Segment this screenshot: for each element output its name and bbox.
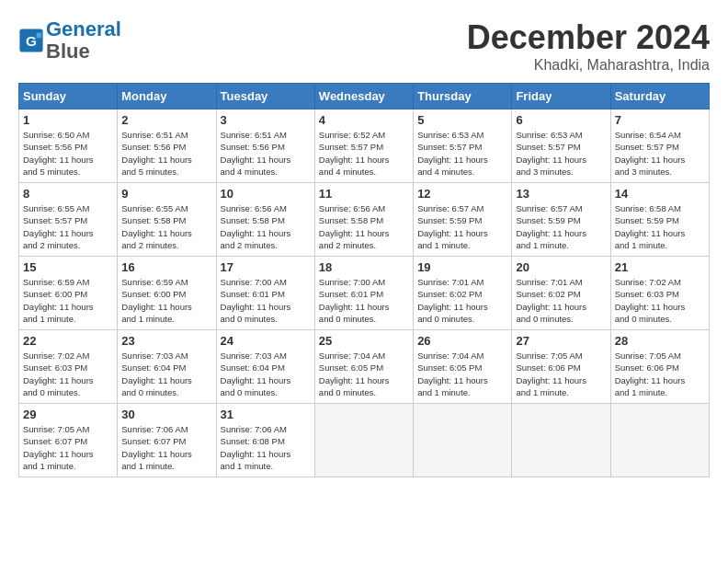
weekday-header: Wednesday <box>314 84 413 109</box>
calendar-cell: 22Sunrise: 7:02 AM Sunset: 6:03 PM Dayli… <box>19 330 118 404</box>
calendar-cell: 15Sunrise: 6:59 AM Sunset: 6:00 PM Dayli… <box>19 257 118 330</box>
calendar-cell: 6Sunrise: 6:53 AM Sunset: 5:57 PM Daylig… <box>512 109 610 183</box>
day-number: 17 <box>221 260 311 274</box>
day-info: Sunrise: 6:51 AM Sunset: 5:56 PM Dayligh… <box>221 129 311 178</box>
calendar-cell: 3Sunrise: 6:51 AM Sunset: 5:56 PM Daylig… <box>216 109 314 183</box>
calendar-cell: 29Sunrise: 7:05 AM Sunset: 6:07 PM Dayli… <box>19 404 118 477</box>
day-info: Sunrise: 6:56 AM Sunset: 5:58 PM Dayligh… <box>319 202 409 251</box>
day-info: Sunrise: 7:03 AM Sunset: 6:04 PM Dayligh… <box>221 350 311 398</box>
calendar-table: SundayMondayTuesdayWednesdayThursdayFrid… <box>18 83 710 477</box>
calendar-cell: 1Sunrise: 6:50 AM Sunset: 5:56 PM Daylig… <box>19 109 118 183</box>
day-number: 14 <box>615 187 705 201</box>
calendar-cell: 27Sunrise: 7:05 AM Sunset: 6:06 PM Dayli… <box>512 330 610 404</box>
day-info: Sunrise: 7:02 AM Sunset: 6:03 PM Dayligh… <box>23 350 113 398</box>
calendar-cell: 23Sunrise: 7:03 AM Sunset: 6:04 PM Dayli… <box>118 330 216 404</box>
day-number: 18 <box>319 260 409 274</box>
day-number: 27 <box>516 334 606 348</box>
calendar-cell <box>414 404 512 477</box>
day-number: 11 <box>319 187 409 201</box>
day-number: 2 <box>121 113 211 127</box>
calendar-cell: 24Sunrise: 7:03 AM Sunset: 6:04 PM Dayli… <box>216 330 314 404</box>
calendar-body: 1Sunrise: 6:50 AM Sunset: 5:56 PM Daylig… <box>19 109 710 477</box>
calendar-header-row: SundayMondayTuesdayWednesdayThursdayFrid… <box>19 84 710 109</box>
day-info: Sunrise: 6:51 AM Sunset: 5:56 PM Dayligh… <box>121 129 211 178</box>
calendar-cell: 7Sunrise: 6:54 AM Sunset: 5:57 PM Daylig… <box>610 109 709 183</box>
day-number: 8 <box>23 187 113 201</box>
calendar-cell <box>512 404 610 477</box>
weekday-header: Saturday <box>610 84 709 109</box>
day-number: 7 <box>615 113 705 127</box>
day-info: Sunrise: 7:02 AM Sunset: 6:03 PM Dayligh… <box>615 276 705 325</box>
day-info: Sunrise: 6:58 AM Sunset: 5:59 PM Dayligh… <box>615 202 705 251</box>
day-info: Sunrise: 7:05 AM Sunset: 6:06 PM Dayligh… <box>615 350 705 398</box>
day-number: 24 <box>221 334 311 348</box>
day-info: Sunrise: 7:06 AM Sunset: 6:08 PM Dayligh… <box>221 423 311 472</box>
calendar-week-row: 8Sunrise: 6:55 AM Sunset: 5:57 PM Daylig… <box>19 183 710 257</box>
day-info: Sunrise: 7:00 AM Sunset: 6:01 PM Dayligh… <box>319 276 409 325</box>
day-info: Sunrise: 7:06 AM Sunset: 6:07 PM Dayligh… <box>121 423 211 472</box>
title-block: December 2024 Khadki, Maharashtra, India <box>467 18 710 74</box>
day-number: 9 <box>121 187 211 201</box>
calendar-cell: 20Sunrise: 7:01 AM Sunset: 6:02 PM Dayli… <box>512 257 610 330</box>
weekday-header: Thursday <box>414 84 512 109</box>
calendar-cell: 8Sunrise: 6:55 AM Sunset: 5:57 PM Daylig… <box>19 183 118 257</box>
calendar-cell: 4Sunrise: 6:52 AM Sunset: 5:57 PM Daylig… <box>314 109 413 183</box>
day-info: Sunrise: 7:05 AM Sunset: 6:06 PM Dayligh… <box>516 350 606 398</box>
day-info: Sunrise: 7:04 AM Sunset: 6:05 PM Dayligh… <box>417 350 507 398</box>
day-number: 10 <box>221 187 311 201</box>
day-info: Sunrise: 7:01 AM Sunset: 6:02 PM Dayligh… <box>516 276 606 325</box>
calendar-cell: 11Sunrise: 6:56 AM Sunset: 5:58 PM Dayli… <box>314 183 413 257</box>
day-number: 26 <box>417 334 507 348</box>
day-number: 28 <box>615 334 705 348</box>
calendar-cell: 21Sunrise: 7:02 AM Sunset: 6:03 PM Dayli… <box>610 257 709 330</box>
day-info: Sunrise: 6:53 AM Sunset: 5:57 PM Dayligh… <box>516 129 606 178</box>
day-info: Sunrise: 6:54 AM Sunset: 5:57 PM Dayligh… <box>615 129 705 178</box>
logo-icon: G <box>18 28 44 53</box>
calendar-cell: 16Sunrise: 6:59 AM Sunset: 6:00 PM Dayli… <box>118 257 216 330</box>
day-info: Sunrise: 6:55 AM Sunset: 5:57 PM Dayligh… <box>23 202 113 251</box>
calendar-cell: 31Sunrise: 7:06 AM Sunset: 6:08 PM Dayli… <box>216 404 314 477</box>
calendar-cell: 19Sunrise: 7:01 AM Sunset: 6:02 PM Dayli… <box>414 257 512 330</box>
calendar-cell: 28Sunrise: 7:05 AM Sunset: 6:06 PM Dayli… <box>610 330 709 404</box>
day-number: 12 <box>417 187 507 201</box>
calendar-week-row: 29Sunrise: 7:05 AM Sunset: 6:07 PM Dayli… <box>19 404 710 477</box>
day-number: 13 <box>516 187 606 201</box>
day-number: 15 <box>23 260 113 274</box>
calendar-cell: 14Sunrise: 6:58 AM Sunset: 5:59 PM Dayli… <box>610 183 709 257</box>
day-number: 3 <box>221 113 311 127</box>
calendar-cell: 9Sunrise: 6:55 AM Sunset: 5:58 PM Daylig… <box>118 183 216 257</box>
day-info: Sunrise: 6:57 AM Sunset: 5:59 PM Dayligh… <box>417 202 507 251</box>
day-number: 6 <box>516 113 606 127</box>
svg-text:G: G <box>26 33 37 49</box>
day-number: 31 <box>221 408 311 421</box>
day-info: Sunrise: 7:04 AM Sunset: 6:05 PM Dayligh… <box>319 350 409 398</box>
calendar-cell: 25Sunrise: 7:04 AM Sunset: 6:05 PM Dayli… <box>314 330 413 404</box>
calendar-cell: 2Sunrise: 6:51 AM Sunset: 5:56 PM Daylig… <box>118 109 216 183</box>
calendar-cell: 12Sunrise: 6:57 AM Sunset: 5:59 PM Dayli… <box>414 183 512 257</box>
day-number: 5 <box>417 113 507 127</box>
day-info: Sunrise: 6:59 AM Sunset: 6:00 PM Dayligh… <box>23 276 113 325</box>
calendar-cell: 10Sunrise: 6:56 AM Sunset: 5:58 PM Dayli… <box>216 183 314 257</box>
calendar-cell: 30Sunrise: 7:06 AM Sunset: 6:07 PM Dayli… <box>118 404 216 477</box>
calendar-week-row: 1Sunrise: 6:50 AM Sunset: 5:56 PM Daylig… <box>19 109 710 183</box>
calendar-cell: 18Sunrise: 7:00 AM Sunset: 6:01 PM Dayli… <box>314 257 413 330</box>
day-number: 23 <box>121 334 211 348</box>
calendar-cell: 26Sunrise: 7:04 AM Sunset: 6:05 PM Dayli… <box>414 330 512 404</box>
weekday-header: Monday <box>118 84 216 109</box>
calendar-week-row: 22Sunrise: 7:02 AM Sunset: 6:03 PM Dayli… <box>19 330 710 404</box>
day-info: Sunrise: 6:50 AM Sunset: 5:56 PM Dayligh… <box>23 129 113 178</box>
day-info: Sunrise: 7:03 AM Sunset: 6:04 PM Dayligh… <box>121 350 211 398</box>
month-title: December 2024 <box>467 18 710 57</box>
location-title: Khadki, Maharashtra, India <box>467 57 710 74</box>
calendar-cell: 13Sunrise: 6:57 AM Sunset: 5:59 PM Dayli… <box>512 183 610 257</box>
calendar-week-row: 15Sunrise: 6:59 AM Sunset: 6:00 PM Dayli… <box>19 257 710 330</box>
weekday-header: Sunday <box>19 84 118 109</box>
day-number: 22 <box>23 334 113 348</box>
day-info: Sunrise: 7:01 AM Sunset: 6:02 PM Dayligh… <box>417 276 507 325</box>
day-number: 21 <box>615 260 705 274</box>
weekday-header: Friday <box>512 84 610 109</box>
day-info: Sunrise: 7:05 AM Sunset: 6:07 PM Dayligh… <box>23 423 113 472</box>
day-number: 29 <box>23 408 113 421</box>
day-number: 19 <box>417 260 507 274</box>
logo-text: General Blue <box>46 18 121 63</box>
